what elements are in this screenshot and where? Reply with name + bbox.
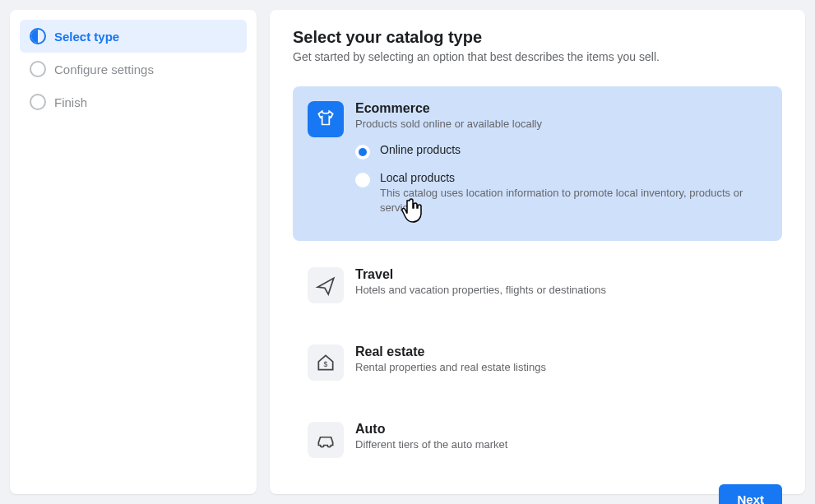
circle-icon	[30, 61, 46, 77]
airplane-icon	[308, 267, 344, 303]
page-subtitle: Get started by selecting an option that …	[293, 50, 782, 63]
radio-online-products[interactable]: Online products	[355, 143, 767, 160]
option-body: Auto Different tiers of the auto market	[355, 422, 767, 451]
main-panel: Select your catalog type Get started by …	[270, 10, 805, 494]
option-real-estate[interactable]: $ Real estate Rental properties and real…	[293, 330, 782, 395]
step-label: Select type	[54, 30, 119, 44]
sidebar: Select type Configure settings Finish	[10, 10, 257, 494]
radio-sub: This catalog uses location information t…	[380, 186, 767, 215]
option-body: Ecommerce Products sold online or availa…	[355, 101, 767, 226]
option-title: Travel	[355, 267, 767, 282]
option-title: Real estate	[355, 344, 767, 359]
radio-label: Local products	[380, 171, 767, 184]
car-icon	[308, 422, 344, 458]
house-dollar-icon: $	[308, 344, 344, 381]
tshirt-icon	[308, 101, 344, 137]
step-select-type[interactable]: Select type	[20, 20, 247, 53]
step-label: Finish	[54, 95, 87, 109]
option-desc: Products sold online or available locall…	[355, 118, 767, 130]
option-body: Real estate Rental properties and real e…	[355, 344, 767, 373]
option-body: Travel Hotels and vacation properties, f…	[355, 267, 767, 296]
radio-icon	[355, 173, 370, 187]
footer: Next	[293, 484, 782, 504]
svg-text:$: $	[324, 361, 328, 369]
radio-local-products[interactable]: Local products This catalog uses locatio…	[355, 171, 767, 215]
next-button[interactable]: Next	[719, 484, 782, 504]
page-title: Select your catalog type	[293, 28, 782, 47]
option-auto[interactable]: Auto Different tiers of the auto market	[293, 407, 782, 473]
circle-icon	[30, 94, 46, 110]
option-desc: Hotels and vacation properties, flights …	[355, 284, 767, 296]
option-title: Ecommerce	[355, 101, 767, 116]
step-configure-settings[interactable]: Configure settings	[20, 53, 247, 86]
radio-group: Online products Local products This cata…	[355, 143, 767, 215]
option-title: Auto	[355, 422, 767, 437]
option-travel[interactable]: Travel Hotels and vacation properties, f…	[293, 252, 782, 318]
option-ecommerce[interactable]: Ecommerce Products sold online or availa…	[293, 86, 782, 241]
radio-label: Online products	[380, 143, 461, 156]
half-circle-icon	[30, 28, 46, 44]
step-finish[interactable]: Finish	[20, 86, 247, 118]
radio-icon	[355, 145, 370, 160]
option-desc: Different tiers of the auto market	[355, 438, 767, 451]
option-desc: Rental properties and real estate listin…	[355, 361, 767, 373]
step-label: Configure settings	[54, 62, 154, 76]
